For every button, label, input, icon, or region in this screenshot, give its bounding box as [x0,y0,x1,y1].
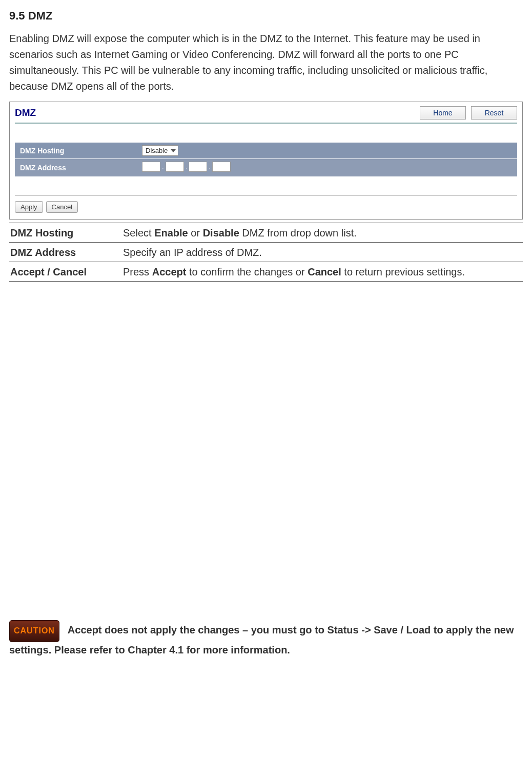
desc-text-address: Specify an IP address of DMZ. [122,243,523,262]
router-ui-panel: DMZ Home Reset DMZ Hosting Disable DMZ A… [9,102,523,220]
dmz-hosting-label: DMZ Hosting [15,143,138,159]
ip-octet-2[interactable] [166,162,184,172]
apply-button[interactable]: Apply [15,201,43,213]
cancel-button[interactable]: Cancel [46,201,78,213]
router-header-buttons: Home Reset [420,106,517,120]
dmz-address-row: DMZ Address . . . [15,159,517,177]
desc-label-address: DMZ Address [9,243,122,262]
router-actions: Apply Cancel [15,201,517,213]
divider [15,195,517,196]
desc-text-accept-cancel: Press Accept to confirm the changes or C… [122,262,523,282]
ip-dot: . [162,163,164,171]
description-table: DMZ Hosting Select Enable or Disable DMZ… [9,223,523,282]
router-header: DMZ Home Reset [15,106,517,124]
caution-badge-icon: CAUTION [9,620,59,642]
home-button[interactable]: Home [420,106,466,120]
caution-block: CAUTION Accept does not apply the change… [9,620,523,658]
table-row: DMZ Hosting Select Enable or Disable DMZ… [9,223,523,243]
desc-text-hosting: Select Enable or Disable DMZ from drop d… [122,223,523,243]
table-row: Accept / Cancel Press Accept to confirm … [9,262,523,282]
ip-octet-3[interactable] [189,162,207,172]
dmz-address-input-group: . . . [142,162,231,172]
router-form-table: DMZ Hosting Disable DMZ Address . . . [15,142,517,177]
ip-octet-4[interactable] [212,162,231,172]
desc-label-accept-cancel: Accept / Cancel [9,262,122,282]
dmz-address-label: DMZ Address [15,159,138,177]
dmz-hosting-select[interactable]: Disable [142,145,178,156]
intro-paragraph: Enabling DMZ will expose the computer wh… [9,31,523,94]
ip-dot: . [209,163,211,171]
ip-octet-1[interactable] [142,162,160,172]
caution-text: Accept does not apply the changes – you … [9,624,514,655]
section-heading: 9.5 DMZ [9,9,523,23]
dmz-hosting-value: Disable [146,147,168,154]
ip-dot: . [186,163,188,171]
router-title: DMZ [15,107,36,118]
desc-label-hosting: DMZ Hosting [9,223,122,243]
chevron-down-icon [171,149,176,152]
table-row: DMZ Address Specify an IP address of DMZ… [9,243,523,262]
dmz-hosting-row: DMZ Hosting Disable [15,143,517,159]
reset-button[interactable]: Reset [471,106,517,120]
